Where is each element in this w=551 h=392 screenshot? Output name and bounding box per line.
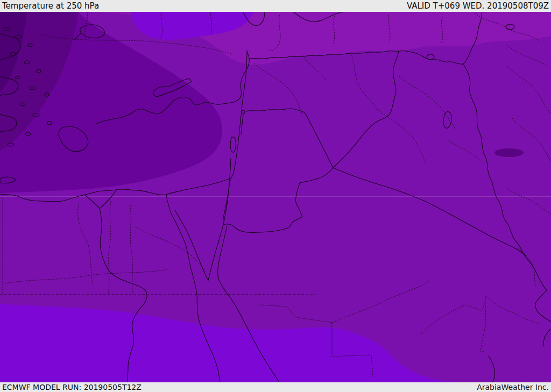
header-bar: Temperature at 250 hPa VALID T+069 WED. … — [0, 0, 551, 12]
page-title: Temperature at 250 hPa — [2, 1, 99, 11]
brand-label: ArabiaWeather Inc. — [477, 383, 549, 391]
valid-time-label: VALID T+069 WED. 20190508T09Z — [407, 1, 549, 11]
weather-map-screenshot: Temperature at 250 hPa VALID T+069 WED. … — [0, 0, 551, 392]
model-run-label: ECMWF MODEL RUN: 20190505T12Z — [2, 383, 142, 391]
temp-spot-dark-iran — [495, 148, 524, 157]
footer-bar: ECMWF MODEL RUN: 20190505T12Z ArabiaWeat… — [0, 382, 551, 392]
weather-map — [0, 12, 551, 382]
